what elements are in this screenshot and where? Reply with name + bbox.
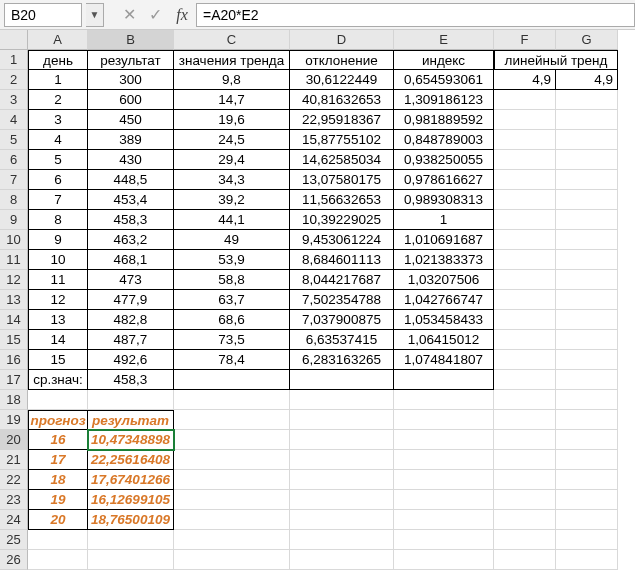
cell[interactable]: 450 [88, 110, 174, 130]
cell[interactable] [290, 490, 394, 510]
cell[interactable]: индекс [394, 50, 494, 70]
cell[interactable] [494, 110, 556, 130]
cell[interactable] [556, 390, 618, 410]
cell[interactable] [494, 410, 556, 430]
cell[interactable] [494, 490, 556, 510]
cell[interactable] [494, 430, 556, 450]
col-header-G[interactable]: G [556, 30, 618, 50]
cell[interactable] [174, 530, 290, 550]
cell[interactable]: 19,6 [174, 110, 290, 130]
cell[interactable]: 1,021383373 [394, 250, 494, 270]
cell[interactable]: 68,6 [174, 310, 290, 330]
cell[interactable] [494, 390, 556, 410]
cell[interactable] [394, 550, 494, 570]
cell[interactable] [556, 150, 618, 170]
cell[interactable] [28, 390, 88, 410]
col-header-E[interactable]: E [394, 30, 494, 50]
cell[interactable]: 458,3 [88, 210, 174, 230]
cell[interactable] [494, 150, 556, 170]
cell[interactable]: прогноз [28, 410, 88, 430]
cell[interactable] [394, 370, 494, 390]
row-header[interactable]: 22 [0, 470, 28, 490]
cell[interactable]: 430 [88, 150, 174, 170]
row-header[interactable]: 23 [0, 490, 28, 510]
row-header[interactable]: 14 [0, 310, 28, 330]
cell[interactable]: 17,67401266 [88, 470, 174, 490]
cell[interactable] [494, 270, 556, 290]
col-header-B[interactable]: B [88, 30, 174, 50]
cell[interactable]: 473 [88, 270, 174, 290]
cell[interactable] [28, 550, 88, 570]
cell[interactable] [174, 370, 290, 390]
row-header[interactable]: 7 [0, 170, 28, 190]
cell[interactable]: 20 [28, 510, 88, 530]
cell[interactable]: 30,6122449 [290, 70, 394, 90]
cancel-icon[interactable]: ✕ [116, 3, 142, 27]
cell[interactable] [556, 350, 618, 370]
cell[interactable]: 49 [174, 230, 290, 250]
cell[interactable] [394, 430, 494, 450]
cell[interactable] [556, 170, 618, 190]
cell[interactable]: 4,9 [556, 70, 618, 90]
cells[interactable]: деньрезультатзначения трендаотклонениеин… [28, 50, 618, 570]
cell[interactable]: 6,283163265 [290, 350, 394, 370]
cell[interactable] [494, 210, 556, 230]
cell[interactable] [494, 130, 556, 150]
cell[interactable]: результат [88, 50, 174, 70]
cell[interactable] [556, 410, 618, 430]
cell[interactable]: 2 [28, 90, 88, 110]
cell[interactable] [394, 410, 494, 430]
row-header[interactable]: 26 [0, 550, 28, 570]
cell[interactable] [290, 450, 394, 470]
cell[interactable]: 18,76500109 [88, 510, 174, 530]
cell[interactable]: 58,8 [174, 270, 290, 290]
cell[interactable]: значения тренда [174, 50, 290, 70]
cell[interactable] [556, 450, 618, 470]
cell[interactable]: 477,9 [88, 290, 174, 310]
cell[interactable]: 22,25616408 [88, 450, 174, 470]
row-header[interactable]: 17 [0, 370, 28, 390]
cell[interactable]: 5 [28, 150, 88, 170]
cell[interactable]: 1 [394, 210, 494, 230]
name-box-dropdown[interactable]: ▼ [86, 3, 104, 27]
cell[interactable]: отклонение [290, 50, 394, 70]
cell[interactable]: 13 [28, 310, 88, 330]
cell[interactable] [494, 310, 556, 330]
cell[interactable] [556, 230, 618, 250]
cell[interactable] [174, 410, 290, 430]
cell[interactable] [556, 430, 618, 450]
cell[interactable]: 6 [28, 170, 88, 190]
name-box[interactable]: B20 [4, 3, 82, 27]
cell[interactable] [494, 50, 556, 70]
cell[interactable]: 4 [28, 130, 88, 150]
cell[interactable]: 10,47348898 [88, 430, 174, 450]
cell[interactable]: 8,684601113 [290, 250, 394, 270]
cell[interactable] [494, 350, 556, 370]
cell[interactable]: 16 [28, 430, 88, 450]
cell[interactable]: 18 [28, 470, 88, 490]
cell[interactable]: 1 [28, 70, 88, 90]
cell[interactable]: 53,9 [174, 250, 290, 270]
cell[interactable]: 4,9 [494, 70, 556, 90]
cell[interactable]: 1,053458433 [394, 310, 494, 330]
cell[interactable]: 40,81632653 [290, 90, 394, 110]
cell[interactable] [494, 370, 556, 390]
cell[interactable] [556, 110, 618, 130]
cell[interactable] [394, 450, 494, 470]
cell[interactable]: 14 [28, 330, 88, 350]
cell[interactable]: ср.знач: [28, 370, 88, 390]
cell[interactable] [290, 510, 394, 530]
cell[interactable] [28, 530, 88, 550]
cell[interactable] [394, 470, 494, 490]
cell[interactable]: 73,5 [174, 330, 290, 350]
cell[interactable]: 1,309186123 [394, 90, 494, 110]
cell[interactable] [290, 430, 394, 450]
cell[interactable] [494, 290, 556, 310]
cell[interactable]: 0,989308313 [394, 190, 494, 210]
row-header[interactable]: 18 [0, 390, 28, 410]
cell[interactable] [556, 290, 618, 310]
row-header[interactable]: 25 [0, 530, 28, 550]
cell[interactable]: 600 [88, 90, 174, 110]
cell[interactable]: 44,1 [174, 210, 290, 230]
cell[interactable]: 1,042766747 [394, 290, 494, 310]
